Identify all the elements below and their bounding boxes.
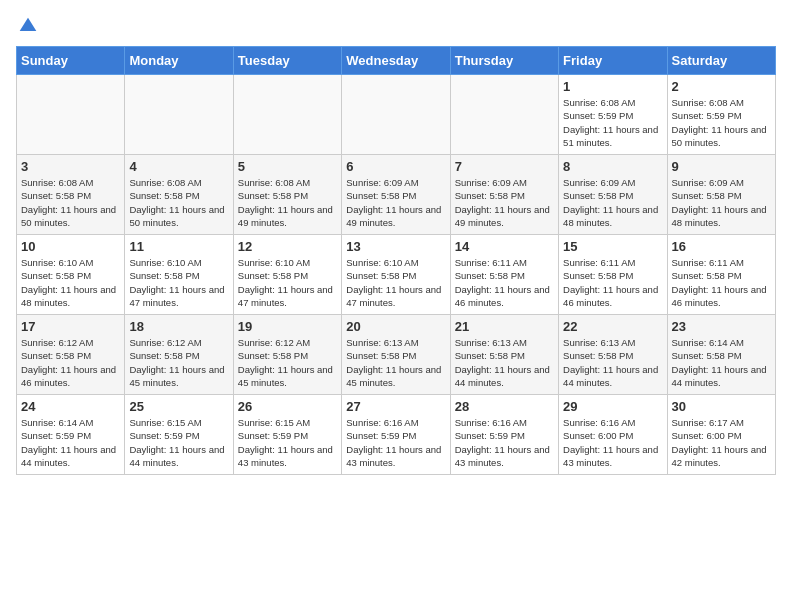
day-info: Sunrise: 6:13 AM Sunset: 5:58 PM Dayligh… bbox=[346, 336, 445, 389]
day-number: 3 bbox=[21, 159, 120, 174]
calendar-cell: 3Sunrise: 6:08 AM Sunset: 5:58 PM Daylig… bbox=[17, 155, 125, 235]
calendar-cell: 23Sunrise: 6:14 AM Sunset: 5:58 PM Dayli… bbox=[667, 315, 775, 395]
day-info: Sunrise: 6:09 AM Sunset: 5:58 PM Dayligh… bbox=[563, 176, 662, 229]
day-number: 7 bbox=[455, 159, 554, 174]
day-info: Sunrise: 6:16 AM Sunset: 6:00 PM Dayligh… bbox=[563, 416, 662, 469]
day-info: Sunrise: 6:15 AM Sunset: 5:59 PM Dayligh… bbox=[129, 416, 228, 469]
calendar-cell bbox=[17, 75, 125, 155]
calendar-cell: 16Sunrise: 6:11 AM Sunset: 5:58 PM Dayli… bbox=[667, 235, 775, 315]
day-info: Sunrise: 6:15 AM Sunset: 5:59 PM Dayligh… bbox=[238, 416, 337, 469]
day-number: 26 bbox=[238, 399, 337, 414]
day-number: 5 bbox=[238, 159, 337, 174]
day-number: 28 bbox=[455, 399, 554, 414]
logo-icon bbox=[18, 16, 38, 36]
day-number: 12 bbox=[238, 239, 337, 254]
calendar-cell: 20Sunrise: 6:13 AM Sunset: 5:58 PM Dayli… bbox=[342, 315, 450, 395]
day-header-monday: Monday bbox=[125, 47, 233, 75]
calendar-cell: 25Sunrise: 6:15 AM Sunset: 5:59 PM Dayli… bbox=[125, 395, 233, 475]
day-number: 15 bbox=[563, 239, 662, 254]
day-info: Sunrise: 6:10 AM Sunset: 5:58 PM Dayligh… bbox=[238, 256, 337, 309]
day-number: 16 bbox=[672, 239, 771, 254]
day-number: 11 bbox=[129, 239, 228, 254]
calendar-cell: 18Sunrise: 6:12 AM Sunset: 5:58 PM Dayli… bbox=[125, 315, 233, 395]
calendar-cell: 19Sunrise: 6:12 AM Sunset: 5:58 PM Dayli… bbox=[233, 315, 341, 395]
calendar-cell: 13Sunrise: 6:10 AM Sunset: 5:58 PM Dayli… bbox=[342, 235, 450, 315]
day-number: 13 bbox=[346, 239, 445, 254]
day-number: 24 bbox=[21, 399, 120, 414]
day-info: Sunrise: 6:12 AM Sunset: 5:58 PM Dayligh… bbox=[129, 336, 228, 389]
day-number: 29 bbox=[563, 399, 662, 414]
day-number: 21 bbox=[455, 319, 554, 334]
calendar-cell: 14Sunrise: 6:11 AM Sunset: 5:58 PM Dayli… bbox=[450, 235, 558, 315]
calendar-cell: 22Sunrise: 6:13 AM Sunset: 5:58 PM Dayli… bbox=[559, 315, 667, 395]
day-number: 20 bbox=[346, 319, 445, 334]
day-info: Sunrise: 6:08 AM Sunset: 5:58 PM Dayligh… bbox=[238, 176, 337, 229]
day-info: Sunrise: 6:08 AM Sunset: 5:58 PM Dayligh… bbox=[129, 176, 228, 229]
day-number: 14 bbox=[455, 239, 554, 254]
calendar-cell: 11Sunrise: 6:10 AM Sunset: 5:58 PM Dayli… bbox=[125, 235, 233, 315]
day-header-sunday: Sunday bbox=[17, 47, 125, 75]
day-info: Sunrise: 6:08 AM Sunset: 5:58 PM Dayligh… bbox=[21, 176, 120, 229]
day-info: Sunrise: 6:10 AM Sunset: 5:58 PM Dayligh… bbox=[129, 256, 228, 309]
day-info: Sunrise: 6:11 AM Sunset: 5:58 PM Dayligh… bbox=[563, 256, 662, 309]
day-number: 19 bbox=[238, 319, 337, 334]
calendar-week-5: 24Sunrise: 6:14 AM Sunset: 5:59 PM Dayli… bbox=[17, 395, 776, 475]
day-number: 8 bbox=[563, 159, 662, 174]
day-header-tuesday: Tuesday bbox=[233, 47, 341, 75]
logo bbox=[16, 16, 38, 36]
calendar-week-3: 10Sunrise: 6:10 AM Sunset: 5:58 PM Dayli… bbox=[17, 235, 776, 315]
day-info: Sunrise: 6:17 AM Sunset: 6:00 PM Dayligh… bbox=[672, 416, 771, 469]
day-info: Sunrise: 6:13 AM Sunset: 5:58 PM Dayligh… bbox=[455, 336, 554, 389]
calendar-cell: 9Sunrise: 6:09 AM Sunset: 5:58 PM Daylig… bbox=[667, 155, 775, 235]
calendar-cell: 24Sunrise: 6:14 AM Sunset: 5:59 PM Dayli… bbox=[17, 395, 125, 475]
calendar-cell: 7Sunrise: 6:09 AM Sunset: 5:58 PM Daylig… bbox=[450, 155, 558, 235]
day-number: 27 bbox=[346, 399, 445, 414]
calendar-cell: 10Sunrise: 6:10 AM Sunset: 5:58 PM Dayli… bbox=[17, 235, 125, 315]
calendar-cell bbox=[450, 75, 558, 155]
day-number: 4 bbox=[129, 159, 228, 174]
day-number: 9 bbox=[672, 159, 771, 174]
day-info: Sunrise: 6:13 AM Sunset: 5:58 PM Dayligh… bbox=[563, 336, 662, 389]
day-header-thursday: Thursday bbox=[450, 47, 558, 75]
day-info: Sunrise: 6:10 AM Sunset: 5:58 PM Dayligh… bbox=[346, 256, 445, 309]
day-header-friday: Friday bbox=[559, 47, 667, 75]
day-info: Sunrise: 6:12 AM Sunset: 5:58 PM Dayligh… bbox=[238, 336, 337, 389]
day-info: Sunrise: 6:12 AM Sunset: 5:58 PM Dayligh… bbox=[21, 336, 120, 389]
day-number: 30 bbox=[672, 399, 771, 414]
day-header-wednesday: Wednesday bbox=[342, 47, 450, 75]
calendar-cell: 1Sunrise: 6:08 AM Sunset: 5:59 PM Daylig… bbox=[559, 75, 667, 155]
calendar-cell: 15Sunrise: 6:11 AM Sunset: 5:58 PM Dayli… bbox=[559, 235, 667, 315]
day-number: 10 bbox=[21, 239, 120, 254]
day-number: 2 bbox=[672, 79, 771, 94]
day-info: Sunrise: 6:16 AM Sunset: 5:59 PM Dayligh… bbox=[346, 416, 445, 469]
day-info: Sunrise: 6:08 AM Sunset: 5:59 PM Dayligh… bbox=[563, 96, 662, 149]
day-info: Sunrise: 6:09 AM Sunset: 5:58 PM Dayligh… bbox=[455, 176, 554, 229]
day-info: Sunrise: 6:11 AM Sunset: 5:58 PM Dayligh… bbox=[672, 256, 771, 309]
calendar-cell: 8Sunrise: 6:09 AM Sunset: 5:58 PM Daylig… bbox=[559, 155, 667, 235]
day-number: 23 bbox=[672, 319, 771, 334]
calendar-week-4: 17Sunrise: 6:12 AM Sunset: 5:58 PM Dayli… bbox=[17, 315, 776, 395]
day-info: Sunrise: 6:10 AM Sunset: 5:58 PM Dayligh… bbox=[21, 256, 120, 309]
calendar-cell: 17Sunrise: 6:12 AM Sunset: 5:58 PM Dayli… bbox=[17, 315, 125, 395]
day-number: 22 bbox=[563, 319, 662, 334]
calendar-cell: 28Sunrise: 6:16 AM Sunset: 5:59 PM Dayli… bbox=[450, 395, 558, 475]
calendar-cell: 30Sunrise: 6:17 AM Sunset: 6:00 PM Dayli… bbox=[667, 395, 775, 475]
calendar-week-2: 3Sunrise: 6:08 AM Sunset: 5:58 PM Daylig… bbox=[17, 155, 776, 235]
day-number: 1 bbox=[563, 79, 662, 94]
svg-marker-0 bbox=[20, 18, 37, 31]
day-number: 6 bbox=[346, 159, 445, 174]
calendar-cell bbox=[125, 75, 233, 155]
day-number: 25 bbox=[129, 399, 228, 414]
calendar-cell bbox=[233, 75, 341, 155]
day-number: 17 bbox=[21, 319, 120, 334]
calendar-cell: 29Sunrise: 6:16 AM Sunset: 6:00 PM Dayli… bbox=[559, 395, 667, 475]
calendar-header-row: SundayMondayTuesdayWednesdayThursdayFrid… bbox=[17, 47, 776, 75]
day-info: Sunrise: 6:11 AM Sunset: 5:58 PM Dayligh… bbox=[455, 256, 554, 309]
day-info: Sunrise: 6:16 AM Sunset: 5:59 PM Dayligh… bbox=[455, 416, 554, 469]
calendar-cell: 12Sunrise: 6:10 AM Sunset: 5:58 PM Dayli… bbox=[233, 235, 341, 315]
calendar-body: 1Sunrise: 6:08 AM Sunset: 5:59 PM Daylig… bbox=[17, 75, 776, 475]
day-info: Sunrise: 6:14 AM Sunset: 5:58 PM Dayligh… bbox=[672, 336, 771, 389]
day-info: Sunrise: 6:09 AM Sunset: 5:58 PM Dayligh… bbox=[346, 176, 445, 229]
calendar: SundayMondayTuesdayWednesdayThursdayFrid… bbox=[16, 46, 776, 475]
header bbox=[16, 16, 776, 36]
